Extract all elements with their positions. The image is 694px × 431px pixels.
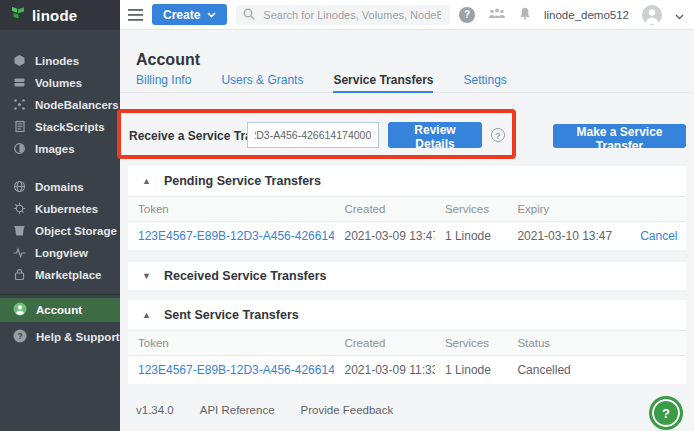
sidebar-item-longview[interactable]: Longview <box>0 242 120 264</box>
table-row: 123E4567-E89B-12D3-A456-426614174001 202… <box>128 356 686 385</box>
help-icon[interactable]: ? <box>459 7 475 23</box>
sidebar-nav-tertiary: Account ? Help & Support <box>0 298 120 349</box>
table-header-row: Token Created Services Expiry <box>128 197 686 222</box>
shopping-bag-icon <box>13 268 26 283</box>
sidebar-item-label: Marketplace <box>35 269 101 281</box>
search-icon <box>243 6 255 24</box>
sidebar-item-label: Kubernetes <box>35 203 98 215</box>
column-header-expiry: Expiry <box>507 197 630 222</box>
column-header-created: Created <box>334 331 434 356</box>
column-header-services: Services <box>435 197 508 222</box>
pulse-icon <box>13 246 26 261</box>
sidebar-item-stackscripts[interactable]: StackScripts <box>0 116 120 138</box>
status-cell: Cancelled <box>507 356 686 385</box>
sidebar-nav-primary: Linodes Volumes NodeBalancers StackScrip… <box>0 50 120 160</box>
sidebar-item-label: Help & Support <box>36 331 120 343</box>
panel-title: Sent Service Transfers <box>164 308 299 322</box>
sidebar-item-label: Volumes <box>35 77 82 89</box>
sidebar-item-volumes[interactable]: Volumes <box>0 72 120 94</box>
collapse-chevron-up-icon: ▲︎ <box>142 177 151 186</box>
expand-chevron-down-icon: ▼︎ <box>142 272 151 281</box>
sidebar-item-label: Object Storage <box>35 225 117 237</box>
sidebar-item-account[interactable]: Account <box>0 298 120 322</box>
token-link[interactable]: 123E4567-E89B-12D3-A456-426614174000 <box>138 229 334 243</box>
community-icon[interactable] <box>488 6 506 24</box>
sidebar-divider <box>0 294 120 295</box>
column-header-services: Services <box>435 331 508 356</box>
sidebar-item-marketplace[interactable]: Marketplace <box>0 264 120 286</box>
tab-users-grants[interactable]: Users & Grants <box>221 70 303 92</box>
sidebar-item-label: Images <box>35 143 75 155</box>
page-title: Account <box>136 51 200 69</box>
create-button-label: Create <box>163 8 200 22</box>
pending-transfers-panel: ▲︎ Pending Service Transfers Token Creat… <box>128 166 686 250</box>
received-panel-header[interactable]: ▼︎ Received Service Transfers <box>128 262 686 290</box>
provide-feedback-link[interactable]: Provide Feedback <box>301 404 394 416</box>
main-content: Account Billing Info Users & Grants Serv… <box>120 30 694 431</box>
stackscript-icon <box>13 120 26 135</box>
created-cell: 2021-03-09 11:33 <box>334 356 434 385</box>
pending-transfers-table: Token Created Services Expiry 123E4567-E… <box>128 196 686 250</box>
review-details-button[interactable]: Review Details <box>388 122 482 148</box>
sidebar-item-label: NodeBalancers <box>35 99 119 111</box>
account-person-icon <box>13 302 27 318</box>
kubernetes-wheel-icon <box>13 202 26 217</box>
sidebar-item-domains[interactable]: Domains <box>0 176 120 198</box>
sidebar-item-linodes[interactable]: Linodes <box>0 50 120 72</box>
received-transfers-panel: ▼︎ Received Service Transfers <box>128 262 686 290</box>
username[interactable]: linode_demo512 <box>544 9 629 21</box>
create-button[interactable]: Create <box>152 4 227 25</box>
table-row: 123E4567-E89B-12D3-A456-426614174000 202… <box>128 222 686 251</box>
notifications-bell-icon[interactable] <box>519 6 531 24</box>
sidebar-nav-secondary: Domains Kubernetes Object Storage Longvi… <box>0 176 120 286</box>
panel-title: Pending Service Transfers <box>164 174 321 188</box>
help-chat-button[interactable]: ? <box>649 396 683 430</box>
help-circle-icon: ? <box>13 329 27 345</box>
sent-panel-header[interactable]: ▲︎ Sent Service Transfers <box>128 300 686 330</box>
make-service-transfer-button[interactable]: Make a Service Transfer <box>553 124 686 148</box>
sent-transfers-panel: ▲︎ Sent Service Transfers Token Created … <box>128 300 686 384</box>
tab-settings[interactable]: Settings <box>463 70 506 92</box>
panel-title: Received Service Transfers <box>164 269 327 283</box>
expiry-cell: 2021-03-10 13:47 <box>507 222 630 251</box>
receive-transfer-input[interactable] <box>247 122 379 148</box>
sidebar-item-object-storage[interactable]: Object Storage <box>0 220 120 242</box>
linode-cube-icon <box>13 54 26 69</box>
svg-text:?: ? <box>17 331 22 341</box>
collapse-chevron-up-icon: ▲︎ <box>142 311 151 320</box>
search-bar <box>236 5 450 25</box>
sidebar-item-label: StackScripts <box>35 121 105 133</box>
hamburger-menu-icon[interactable] <box>128 9 143 21</box>
bucket-icon <box>13 224 26 239</box>
account-menu-chevron-icon[interactable] <box>675 6 684 24</box>
sidebar-item-kubernetes[interactable]: Kubernetes <box>0 198 120 220</box>
tab-service-transfers[interactable]: Service Transfers <box>333 70 433 93</box>
created-cell: 2021-03-09 13:47 <box>334 222 434 251</box>
app-version: v1.34.0 <box>136 404 174 416</box>
token-link[interactable]: 123E4567-E89B-12D3-A456-426614174001 <box>138 363 334 377</box>
pending-panel-header[interactable]: ▲︎ Pending Service Transfers <box>128 166 686 196</box>
linode-logo[interactable]: linode <box>0 0 120 30</box>
sidebar-item-help-support[interactable]: ? Help & Support <box>0 325 120 349</box>
column-header-created: Created <box>334 197 434 222</box>
topbar-icons: ? linode_demo512 <box>459 5 684 25</box>
sidebar-item-images[interactable]: Images <box>0 138 120 160</box>
volume-stack-icon <box>13 76 26 91</box>
column-header-actions <box>630 197 686 222</box>
search-input[interactable] <box>261 8 443 22</box>
sidebar-item-nodebalancers[interactable]: NodeBalancers <box>0 94 120 116</box>
app-window: linode Linodes Volumes NodeBalancers Sta… <box>0 0 694 431</box>
avatar[interactable] <box>642 5 662 25</box>
column-header-status: Status <box>507 331 686 356</box>
globe-icon <box>13 180 26 195</box>
sidebar-item-label: Account <box>36 304 82 316</box>
linode-logo-icon <box>10 5 26 25</box>
column-header-token: Token <box>128 197 334 222</box>
sidebar-item-label: Longview <box>35 247 88 259</box>
tab-billing-info[interactable]: Billing Info <box>136 70 191 92</box>
sidebar-item-label: Linodes <box>35 55 79 67</box>
receive-transfer-help-icon[interactable]: ? <box>491 128 505 142</box>
api-reference-link[interactable]: API Reference <box>200 404 275 416</box>
cancel-link[interactable]: Cancel <box>640 229 677 243</box>
footer: v1.34.0 API Reference Provide Feedback <box>136 404 393 416</box>
